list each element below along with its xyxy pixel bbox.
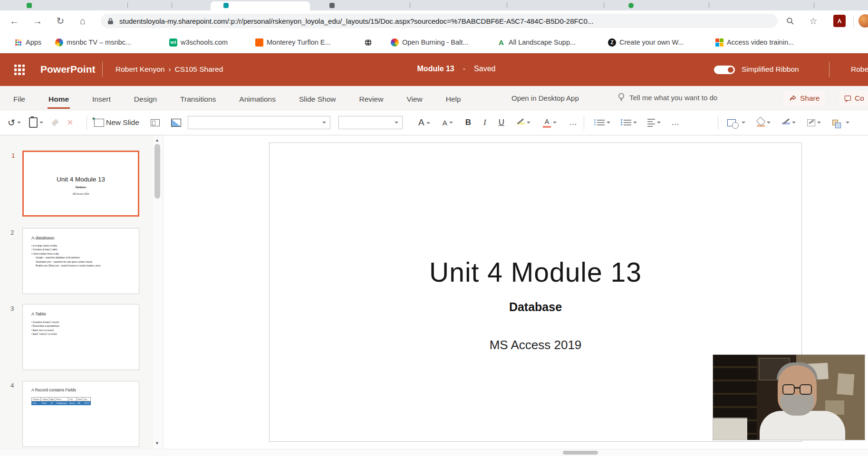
breadcrumb[interactable]: Robert Kenyon › CS105 Shared — [116, 65, 223, 74]
shape-effects-button[interactable] — [807, 119, 821, 126]
tab-file[interactable]: File — [12, 88, 26, 109]
acrobat-glyph — [836, 18, 843, 24]
tab-favicon-green-2[interactable] — [628, 3, 634, 8]
tab-favicon-gray[interactable] — [329, 3, 335, 8]
slide-title-text[interactable]: Unit 4 Module 13 — [269, 256, 802, 288]
slide-subtitle-text[interactable]: Database — [269, 300, 802, 314]
chevron-down-icon — [792, 122, 796, 124]
bullets-button[interactable] — [594, 120, 610, 125]
back-icon: ← — [10, 16, 19, 27]
shape-fill-button[interactable] — [757, 118, 771, 127]
bold-button[interactable]: B — [465, 118, 471, 127]
horizontal-scrollbar-thumb[interactable] — [563, 451, 598, 455]
scroll-down-arrow[interactable]: ▼ — [155, 441, 160, 446]
forward-button[interactable]: → — [29, 13, 46, 29]
bookmark-open-burning[interactable]: Open Burning - Balt... — [391, 37, 468, 48]
arrange-icon — [832, 120, 838, 125]
layout-icon — [151, 119, 160, 126]
simplified-ribbon-toggle[interactable] — [714, 66, 735, 74]
design-ideas-button[interactable] — [171, 119, 181, 127]
new-slide-button[interactable]: New Slide — [94, 118, 139, 127]
address-bar[interactable]: studentsloyola-my.sharepoint.com/:p:/r/p… — [101, 14, 778, 28]
document-title[interactable]: Module 13 — [417, 65, 454, 73]
tell-me-box[interactable]: Tell me what you want to do — [618, 93, 717, 102]
font-color-button[interactable]: A — [543, 118, 557, 128]
slide-thumbnail-2[interactable]: A database: • Is a large collect of data… — [22, 228, 139, 294]
bookmark-globe[interactable] — [364, 37, 372, 48]
grow-font-button[interactable]: A — [418, 117, 430, 128]
share-button[interactable]: Share — [783, 91, 825, 106]
shapes-button[interactable] — [727, 119, 745, 126]
delete-button[interactable]: × — [67, 116, 73, 129]
browser-profile-avatar[interactable] — [858, 14, 868, 28]
tab-design[interactable]: Design — [133, 88, 158, 109]
bookmark-create-w[interactable]: Z Create your own W... — [608, 37, 684, 48]
tab-favicon-teal[interactable] — [223, 3, 229, 8]
slide-thumbnail-3[interactable]: A Table • Contains at least 1 record • R… — [22, 304, 139, 370]
paste-button[interactable] — [29, 117, 43, 128]
bookmark-monterey[interactable]: Monterey Turflon E... — [255, 37, 331, 48]
ribbon-tab-row: File Home Insert Design Transitions Anim… — [0, 86, 868, 111]
adobe-extension-icon[interactable] — [833, 15, 846, 27]
home-button[interactable]: ⌂ — [75, 13, 91, 29]
reload-button[interactable]: ↻ — [52, 13, 68, 29]
breadcrumb-user[interactable]: Robert Kenyon — [116, 65, 164, 74]
bookmark-access-training[interactable]: Access video trainin... — [715, 37, 794, 48]
highlight-button[interactable] — [517, 121, 530, 124]
bookmark-label: Open Burning - Balt... — [402, 38, 468, 46]
comments-button[interactable]: Co — [839, 91, 868, 106]
align-button[interactable] — [647, 119, 661, 127]
italic-icon: I — [483, 118, 486, 127]
breadcrumb-folder[interactable]: CS105 Shared — [175, 65, 223, 74]
bookmark-landscape[interactable]: A All Landscape Supp... — [497, 37, 576, 48]
italic-button[interactable]: I — [483, 118, 486, 127]
forward-icon: → — [33, 16, 42, 27]
scroll-up-arrow[interactable]: ▲ — [155, 138, 160, 142]
tab-review[interactable]: Review — [358, 88, 385, 109]
tab-slide-show[interactable]: Slide Show — [298, 88, 337, 109]
arrange-button[interactable] — [832, 120, 849, 125]
slide-thumbnail-1[interactable]: Unit 4 Module 13 Database MS Access 2019 — [22, 151, 139, 217]
chevron-down-icon — [322, 122, 326, 124]
format-painter-button[interactable] — [51, 119, 59, 126]
shrink-font-button[interactable]: A — [443, 119, 453, 127]
title-dash: - — [463, 65, 465, 73]
app-launcher-waffle-icon[interactable] — [14, 65, 25, 75]
open-in-desktop-button[interactable]: Open in Desktop App — [511, 94, 579, 102]
green-a-icon: A — [497, 38, 505, 47]
chevron-down-icon — [395, 122, 398, 124]
font-name-select[interactable] — [188, 116, 330, 129]
tab-view[interactable]: View — [405, 88, 423, 109]
account-name[interactable]: Robert — [851, 65, 868, 74]
app-name: PowerPoint — [40, 64, 96, 75]
bookmark-w3schools[interactable]: w3 w3schools.com — [169, 37, 228, 48]
font-size-select[interactable] — [338, 116, 403, 129]
slide-thumbnail-4[interactable]: A Record contains Fields F NameL Name Ag… — [22, 381, 139, 447]
tab-home[interactable]: Home — [48, 88, 70, 109]
more-font-options-button[interactable]: … — [569, 118, 577, 127]
bookmark-label: Apps — [26, 38, 41, 46]
tab-help[interactable]: Help — [445, 88, 462, 109]
underline-button[interactable]: U — [499, 118, 504, 127]
clipboard-group: ↺ × — [8, 111, 73, 134]
bookmark-apps[interactable]: Apps — [14, 37, 41, 48]
tab-favicon-green[interactable] — [27, 3, 32, 8]
webcam-glasses-left — [782, 384, 795, 395]
tab-insert[interactable]: Insert — [91, 88, 112, 109]
tab-transitions[interactable]: Transitions — [179, 88, 217, 109]
zoom-page-button[interactable] — [784, 15, 796, 27]
scrollbar-thumb[interactable] — [154, 144, 160, 199]
z-circle-icon: Z — [608, 38, 616, 47]
peacock-icon — [55, 38, 63, 47]
bookmark-msnbc[interactable]: msnbc TV – msnbc... — [55, 37, 131, 48]
browser-tab-strip[interactable] — [0, 0, 868, 10]
back-button[interactable]: ← — [6, 13, 22, 29]
shape-outline-button[interactable] — [782, 121, 796, 124]
layout-button[interactable] — [151, 119, 160, 126]
more-paragraph-button[interactable]: … — [671, 118, 679, 127]
bookmark-star-button[interactable]: ☆ — [807, 15, 820, 27]
undo-button[interactable]: ↺ — [8, 117, 21, 128]
tab-animations[interactable]: Animations — [238, 88, 277, 109]
slide-body-text[interactable]: MS Access 2019 — [269, 338, 802, 352]
numbering-button[interactable] — [621, 120, 637, 125]
